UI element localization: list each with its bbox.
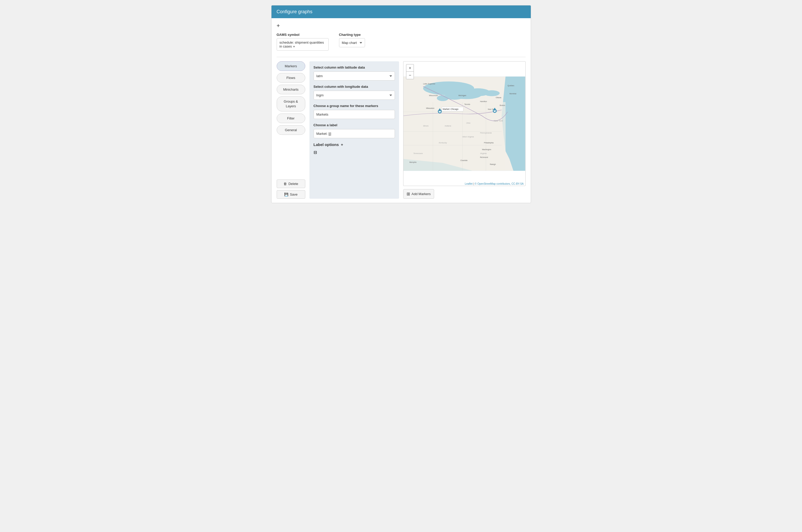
left-column: Markers Flows Minicharts Groups &Layers … (277, 61, 305, 199)
label-section: Choose a label (313, 123, 395, 138)
svg-text:Montréal: Montréal (510, 93, 516, 95)
svg-text:Illinois: Illinois (423, 125, 429, 127)
svg-text:Lake Superior: Lake Superior (423, 82, 435, 85)
label-options-section: Label options + ⊟ (313, 142, 395, 155)
app-container: Configure graphs + GAMS symbol schedule:… (271, 5, 531, 203)
map-svg: Milwaukee Chicago Toronto Hamilton Michi… (403, 61, 525, 186)
add-button[interactable]: + (277, 22, 280, 29)
svg-text:Boston: Boston (500, 104, 505, 106)
trash-icon: 🗑 (283, 182, 287, 186)
cc-link[interactable]: CC-BY-SA (512, 182, 524, 185)
svg-text:Ottawa: Ottawa (496, 97, 501, 98)
gams-symbol-section: GAMS symbol schedule: shipment quantitie… (277, 33, 329, 51)
svg-point-4 (437, 95, 449, 101)
map-zoom-controls: + − (406, 64, 414, 79)
osm-link[interactable]: © OpenStreetMap contributors, (475, 182, 511, 185)
svg-text:Virginia: Virginia (480, 152, 486, 155)
map-container: Milwaukee Chicago Toronto Hamilton Michi… (403, 61, 525, 186)
group-name-input[interactable] (313, 110, 395, 119)
svg-text:Québec: Québec (508, 84, 515, 87)
sidebar-btn-minicharts[interactable]: Minicharts (277, 85, 305, 94)
svg-text:Charlotte: Charlotte (460, 159, 467, 161)
save-button[interactable]: 💾 Save (277, 190, 305, 199)
svg-text:West Virginia: West Virginia (462, 136, 474, 138)
add-markers-button[interactable]: ⊞ Add Markers (403, 189, 434, 199)
label-options-minus[interactable]: ⊟ (313, 150, 395, 155)
content: + GAMS symbol schedule: shipment quantit… (271, 18, 531, 203)
delete-button[interactable]: 🗑 Delete (277, 179, 305, 188)
charting-type-label: Charting type (339, 33, 365, 37)
config-panel: Select column with latitude data latm Se… (309, 61, 399, 199)
main-section: Markers Flows Minicharts Groups &Layers … (277, 61, 526, 199)
svg-text:Tennessee: Tennessee (413, 152, 423, 155)
save-label: Save (290, 192, 298, 196)
sidebar-btn-filter[interactable]: Filter (277, 114, 305, 123)
svg-text:Michigan: Michigan (459, 94, 466, 97)
gams-symbol-value: schedule: shipment quantities in cases (280, 40, 324, 48)
charting-type-select[interactable]: Map chart Bar chart Line chart Pie chart (339, 38, 365, 47)
save-icon: 💾 (284, 192, 288, 196)
header-title: Configure graphs (277, 9, 312, 14)
longitude-label: Select column with longitude data (313, 85, 395, 89)
label-label: Choose a label (313, 123, 395, 127)
svg-text:Toronto: Toronto (464, 103, 470, 105)
top-section: GAMS symbol schedule: shipment quantitie… (277, 33, 526, 51)
svg-text:Ohio: Ohio (466, 122, 471, 124)
svg-text:Market: Chicago: Market: Chicago (443, 108, 459, 110)
group-name-label: Choose a group name for these markers (313, 104, 395, 108)
svg-text:Raleigh: Raleigh (490, 164, 496, 166)
svg-text:Memphis: Memphis (409, 161, 417, 164)
charting-type-section: Charting type Map chart Bar chart Line c… (339, 33, 365, 47)
latitude-label: Select column with latitude data (313, 65, 395, 69)
sidebar-btn-markers[interactable]: Markers (277, 61, 305, 71)
add-markers-icon: ⊞ (406, 191, 410, 196)
svg-text:Richmond: Richmond (480, 156, 488, 158)
latitude-select[interactable]: latm (313, 72, 395, 80)
left-sidebar: Markers Flows Minicharts Groups &Layers … (277, 61, 305, 135)
minus-icon[interactable]: ⊟ (313, 150, 317, 155)
delete-label: Delete (288, 182, 298, 186)
leaflet-link[interactable]: Leaflet (465, 182, 473, 185)
dropdown-arrow-icon: ▼ (293, 45, 295, 48)
gams-symbol-select[interactable]: schedule: shipment quantities in cases ▼ (277, 38, 329, 51)
svg-text:Indiana: Indiana (445, 125, 451, 127)
longitude-section: Select column with longitude data lngm (313, 85, 395, 100)
group-name-section: Choose a group name for these markers (313, 104, 395, 119)
label-input[interactable] (313, 129, 395, 138)
gams-symbol-label: GAMS symbol (277, 33, 329, 37)
svg-point-6 (484, 90, 500, 96)
sidebar-btn-flows[interactable]: Flows (277, 73, 305, 82)
label-options-add-icon[interactable]: + (341, 142, 343, 147)
svg-text:Wisconsin: Wisconsin (429, 94, 438, 97)
latitude-section: Select column with latitude data latm (313, 65, 395, 80)
header: Configure graphs (271, 5, 531, 18)
sidebar-btn-groups-layers[interactable]: Groups &Layers (277, 96, 305, 111)
sidebar-btn-general[interactable]: General (277, 125, 305, 135)
svg-text:Philadelphia: Philadelphia (484, 142, 494, 144)
label-options-title: Label options (313, 142, 339, 147)
map-attribution: Leaflet | © OpenStreetMap contributors, … (463, 182, 525, 186)
sidebar-actions: 🗑 Delete 💾 Save (277, 172, 305, 199)
svg-text:Washington: Washington (482, 149, 491, 151)
svg-text:Milwaukee: Milwaukee (426, 107, 434, 109)
add-markers-label: Add Markers (412, 192, 431, 196)
label-options-header: Label options + (313, 142, 395, 147)
svg-text:Pennsylvania: Pennsylvania (480, 132, 492, 134)
zoom-out-button[interactable]: − (406, 72, 414, 79)
svg-text:Kentucky: Kentucky (439, 141, 447, 144)
right-section: Milwaukee Chicago Toronto Hamilton Michi… (403, 61, 525, 199)
longitude-select[interactable]: lngm (313, 91, 395, 100)
zoom-in-button[interactable]: + (406, 64, 414, 72)
svg-text:Hamilton: Hamilton (480, 100, 487, 102)
svg-text:New York: New York (494, 119, 503, 122)
